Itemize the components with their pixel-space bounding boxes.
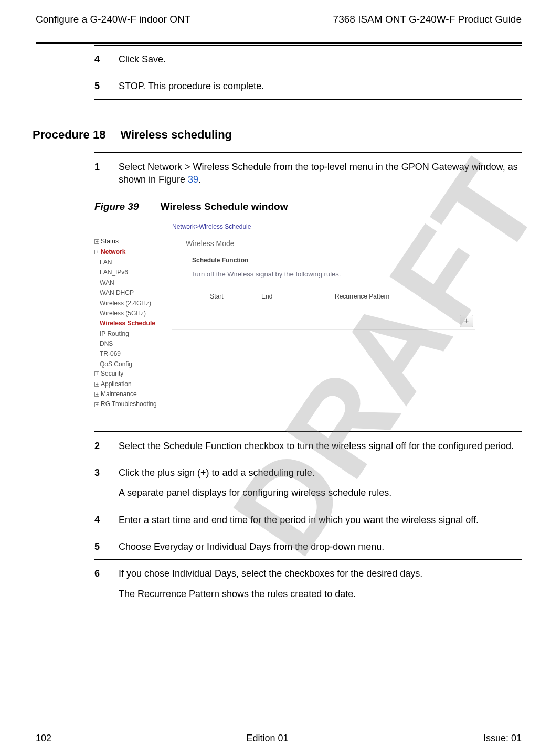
procedure-heading: Procedure 18 Wireless scheduling <box>33 127 522 143</box>
step-3-num: 3 <box>94 466 105 479</box>
nav-wireless-5[interactable]: Wireless (5GHz) <box>100 308 172 318</box>
nav-status[interactable]: Status <box>94 237 172 246</box>
figure-link-39[interactable]: 39 <box>188 174 198 185</box>
expand-icon[interactable] <box>94 239 99 244</box>
nav-wireless-schedule[interactable]: Wireless Schedule <box>100 318 172 328</box>
nav-status-label: Status <box>101 237 119 246</box>
step-3-note: A separate panel displays for configurin… <box>94 486 522 499</box>
schedule-table-header: Start End Recurrence Pattern <box>172 288 475 305</box>
step-1-text-after: . <box>198 174 201 185</box>
step-6-num: 6 <box>94 567 105 580</box>
col-end: End <box>261 288 335 305</box>
header-right: 7368 ISAM ONT G-240W-F Product Guide <box>333 13 522 26</box>
nav-maintenance-label: Maintenance <box>101 390 137 399</box>
step-2-text: Select the Schedule Function checkbox to… <box>119 440 522 452</box>
col-start: Start <box>172 288 261 305</box>
schedule-function-checkbox[interactable] <box>287 257 294 264</box>
nav-wireless-24[interactable]: Wireless (2.4GHz) <box>100 299 172 308</box>
step-5-text: Choose Everyday or Individual Days from … <box>119 540 522 553</box>
header-rule <box>36 42 522 44</box>
nav-qos-config[interactable]: QoS Config <box>100 359 172 369</box>
footer-page-num: 102 <box>36 732 51 744</box>
nav-wan[interactable]: WAN <box>100 278 172 288</box>
nav-lan[interactable]: LAN <box>100 258 172 268</box>
schedule-function-label: Schedule Function <box>172 256 287 264</box>
header-left: Configure a G-240W-F indoor ONT <box>36 13 190 26</box>
step-4-text: Enter a start time and end time for the … <box>119 514 522 526</box>
nav-rg-troubleshooting[interactable]: RG Troubleshooting <box>94 400 172 409</box>
step-6-text: If you chose Individual Days, select the… <box>119 567 522 580</box>
step-1-text-before: Select Network > Wireless Schedule from … <box>119 162 518 185</box>
col-recurrence: Recurrence Pattern <box>335 288 475 305</box>
nav-security[interactable]: Security <box>94 369 172 378</box>
nav-panel: Status Network LAN LAN_IPv6 WAN WAN DHCP… <box>94 218 172 410</box>
step-6-note: The Recurrence Pattern shows the rules c… <box>94 588 522 600</box>
add-rule-button[interactable]: + <box>460 315 473 327</box>
main-panel: Network>Wireless Schedule Wireless Mode … <box>172 218 475 410</box>
nav-wan-dhcp[interactable]: WAN DHCP <box>100 288 172 298</box>
nav-network[interactable]: Network <box>94 248 172 257</box>
footer-issue: Issue: 01 <box>483 732 522 744</box>
breadcrumb: Network>Wireless Schedule <box>172 222 475 233</box>
step-1-text: Select Network > Wireless Schedule from … <box>119 161 522 186</box>
step-4-num: 4 <box>94 514 105 526</box>
step-2-num: 2 <box>94 440 105 452</box>
expand-icon[interactable] <box>94 382 99 387</box>
nav-ip-routing[interactable]: IP Routing <box>100 329 172 339</box>
step-5-num: 5 <box>94 540 105 553</box>
prev-step-4-num: 4 <box>94 53 105 66</box>
nav-dns[interactable]: DNS <box>100 339 172 349</box>
nav-application[interactable]: Application <box>94 380 172 389</box>
prev-step-5-num: 5 <box>94 80 105 92</box>
prev-step-4-text: Click Save. <box>119 53 522 66</box>
figure-caption: Figure 39 Wireless Schedule window <box>94 200 522 214</box>
nav-security-label: Security <box>101 369 123 378</box>
step-1-num: 1 <box>94 161 105 186</box>
step-3-text: Click the plus sign (+) to add a schedul… <box>119 466 522 479</box>
footer-edition: Edition 01 <box>246 732 288 744</box>
panel-title: Wireless Mode <box>172 233 475 255</box>
expand-icon[interactable] <box>94 402 99 407</box>
nav-rgts-label: RG Troubleshooting <box>101 400 157 409</box>
expand-icon[interactable] <box>94 250 99 254</box>
schedule-note: Turn off the Wireless signal by the foll… <box>172 270 475 279</box>
nav-lan-ipv6[interactable]: LAN_IPv6 <box>100 268 172 278</box>
figure-prefix: Figure 39 <box>94 201 139 212</box>
nav-network-label: Network <box>101 248 125 257</box>
nav-maintenance[interactable]: Maintenance <box>94 390 172 399</box>
figure-title: Wireless Schedule window <box>161 201 288 212</box>
prev-step-5-text: STOP. This procedure is complete. <box>119 80 522 92</box>
nav-tr069[interactable]: TR-069 <box>100 349 172 359</box>
nav-application-label: Application <box>101 380 132 389</box>
expand-icon[interactable] <box>94 371 99 376</box>
expand-icon[interactable] <box>94 392 99 397</box>
wireless-schedule-screenshot: Status Network LAN LAN_IPv6 WAN WAN DHCP… <box>94 218 475 410</box>
